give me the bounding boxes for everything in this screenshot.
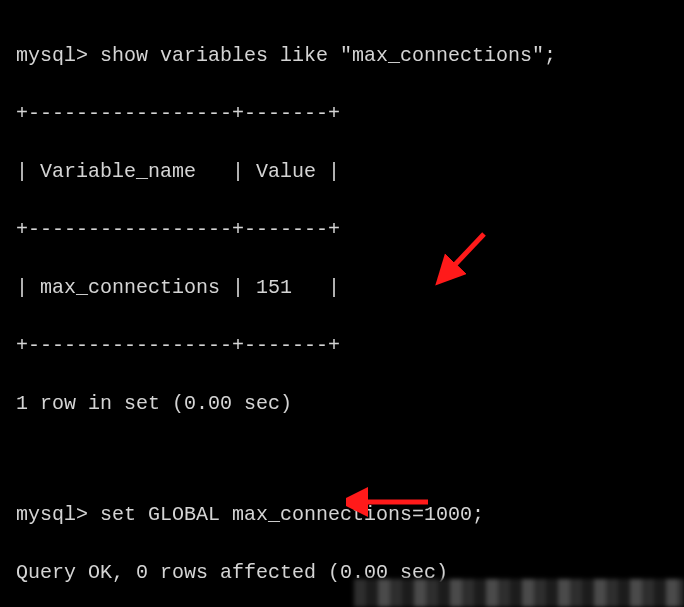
table1-border-top: +-----------------+-------+ — [16, 99, 668, 128]
mysql-prompt: mysql> — [16, 503, 88, 526]
table1-border-bottom: +-----------------+-------+ — [16, 331, 668, 360]
query1-summary: 1 row in set (0.00 sec) — [16, 389, 668, 418]
query1-line: mysql> show variables like "max_connecti… — [16, 41, 668, 70]
table1-header: | Variable_name | Value | — [16, 157, 668, 186]
mysql-prompt: mysql> — [16, 44, 88, 67]
set-line: mysql> set GLOBAL max_connections=1000; — [16, 500, 668, 529]
blurred-watermark — [354, 579, 684, 607]
query1-command: show variables like "max_connections"; — [100, 44, 556, 67]
terminal-output: mysql> show variables like "max_connecti… — [0, 0, 684, 607]
set-command: set GLOBAL max_connections=1000; — [100, 503, 484, 526]
table1-border-mid: +-----------------+-------+ — [16, 215, 668, 244]
table1-data-row: | max_connections | 151 | — [16, 273, 668, 302]
